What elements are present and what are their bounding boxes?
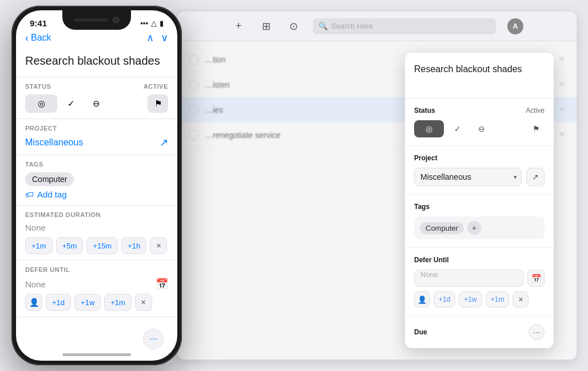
app-toolbar: + ⊞ ⊙ 🔍 Search Here A <box>177 11 577 41</box>
iphone-defer-1w-btn[interactable]: +1w <box>74 294 101 311</box>
wifi-icon: △ <box>151 19 157 27</box>
iphone-defer-placeholder: None <box>25 279 152 289</box>
project-label: Project <box>414 154 438 162</box>
iphone-share-icon[interactable]: ↗ <box>160 136 168 149</box>
project-share-button[interactable]: ↗ <box>526 168 545 186</box>
home-indicator <box>62 353 131 356</box>
navigation-bar: ‹ Back ∧ ∨ <box>16 28 177 50</box>
iphone-project-label: PROJECT <box>25 125 168 132</box>
flag-button[interactable]: ⚑ <box>527 120 545 137</box>
task-title: Research blackout shades <box>16 50 177 77</box>
project-section: Project Miscellaneous Work Personal Home… <box>405 146 554 195</box>
main-app-window: + ⊞ ⊙ 🔍 Search Here A …tion ⚑ …isten ⚑ …… <box>177 11 577 360</box>
iphone-status-minus-btn[interactable]: ⊖ <box>85 94 108 113</box>
defer-1m-button[interactable]: +1m <box>486 291 510 307</box>
task-checkbox <box>189 54 199 65</box>
iphone-defer-quick-row: 👤 +1d +1w +1m ✕ <box>25 294 168 311</box>
task-detail-title: Research blackout shades <box>405 53 554 98</box>
duration-5m-btn[interactable]: +5m <box>56 237 84 254</box>
flag-icon: ⚑ <box>559 106 565 114</box>
add-icon[interactable]: + <box>231 18 247 34</box>
iphone-estimated-duration-field: ESTIMATED DURATION None +1m +5m +15m +1h… <box>16 206 177 261</box>
defer-quick-buttons: 👤 +1d +1w +1m ✕ <box>414 291 545 307</box>
defer-clear-button[interactable]: ✕ <box>512 291 529 307</box>
signal-icon: ▪▪▪ <box>140 19 148 27</box>
down-arrow-button[interactable]: ∨ <box>161 31 168 44</box>
iphone-defer-1d-btn[interactable]: +1d <box>46 294 71 311</box>
duration-clear-btn[interactable]: ✕ <box>150 237 167 254</box>
due-section: Due ··· <box>405 316 554 348</box>
up-arrow-button[interactable]: ∧ <box>146 31 154 44</box>
camera <box>113 17 120 23</box>
back-label: Back <box>31 33 51 43</box>
defer-input-display[interactable]: None <box>414 270 524 287</box>
iphone-project-row: Miscellaneous ↗ <box>25 136 168 149</box>
project-select-wrapper: Miscellaneous Work Personal Home ▾ <box>414 168 522 186</box>
defer-input-row: None 📅 <box>414 270 545 287</box>
defer-placeholder: None <box>420 270 438 279</box>
speaker <box>74 18 108 22</box>
defer-1d-button[interactable]: +1d <box>434 291 455 307</box>
iphone-add-tag-button[interactable]: 🏷 Add tag <box>25 190 168 199</box>
iphone-defer-1m-btn[interactable]: +1m <box>104 294 132 311</box>
project-header: Project <box>414 154 545 162</box>
duration-15m-btn[interactable]: +15m <box>86 237 118 254</box>
iphone-tag-computer[interactable]: Computer <box>25 172 74 186</box>
iphone-tags-field: TAGS Computer 🏷 Add tag <box>16 155 177 206</box>
iphone-duration-placeholder: None <box>25 223 168 232</box>
iphone-tags-label: TAGS <box>25 161 168 168</box>
duration-1m-btn[interactable]: +1m <box>25 237 53 254</box>
tags-area: Computer + <box>414 216 545 239</box>
defer-header: Defer Until <box>414 256 545 264</box>
defer-1w-button[interactable]: +1w <box>459 291 482 307</box>
task-checkbox <box>189 105 199 115</box>
status-btn-check[interactable]: ✓ <box>447 120 468 137</box>
project-select[interactable]: Miscellaneous Work Personal Home <box>414 168 522 186</box>
iphone-duration-quick-row: +1m +5m +15m +1h ✕ <box>25 237 168 254</box>
iphone-defer-row: None 📅 <box>25 278 168 290</box>
defer-label: Defer Until <box>414 256 449 264</box>
focus-icon[interactable]: ⊙ <box>285 18 301 34</box>
iphone-status-circle-btn[interactable]: ◎ <box>25 94 57 113</box>
tag-icon: 🏷 <box>25 190 34 199</box>
iphone-calendar-btn[interactable]: 📅 <box>156 278 168 290</box>
iphone-project-field: PROJECT Miscellaneous ↗ <box>16 119 177 155</box>
chevron-left-icon: ‹ <box>25 32 29 44</box>
iphone-defer-clear-btn[interactable]: ✕ <box>135 294 152 311</box>
image-icon[interactable]: ⊞ <box>258 18 274 34</box>
iphone-frame: 9:41 ▪▪▪ △ ▮ ‹ Back ∧ ∨ Research blackou… <box>11 6 182 365</box>
task-checkbox <box>189 80 199 90</box>
search-bar[interactable]: 🔍 Search Here <box>313 18 496 34</box>
iphone-tags-row: Computer <box>25 172 168 186</box>
status-btn-minus[interactable]: ⊖ <box>471 120 492 137</box>
flag-icon: ⚑ <box>559 56 565 64</box>
iphone-status-row: ◎ ✓ ⊖ ⚑ <box>25 94 168 113</box>
iphone-project-name[interactable]: Miscellaneous <box>25 137 83 148</box>
tags-label: Tags <box>414 203 430 211</box>
tags-section: Tags Computer + <box>405 195 554 248</box>
iphone-status-check-btn[interactable]: ✓ <box>59 94 82 113</box>
defer-person-icon[interactable]: 👤 <box>414 291 430 307</box>
iphone-status-label: STATUS ACTIVE <box>25 83 168 90</box>
iphone-more-button[interactable]: ··· <box>143 329 164 349</box>
iphone-notch <box>62 10 131 30</box>
status-btn-circle[interactable]: ◎ <box>414 120 444 137</box>
duration-1h-btn[interactable]: +1h <box>121 237 146 254</box>
iphone-screen: 9:41 ▪▪▪ △ ▮ ‹ Back ∧ ∨ Research blackou… <box>16 10 177 361</box>
iphone-flag-btn[interactable]: ⚑ <box>148 94 168 113</box>
tag-computer[interactable]: Computer <box>420 222 464 234</box>
iphone-estimated-label: ESTIMATED DURATION <box>25 211 168 218</box>
user-avatar[interactable]: A <box>507 18 523 34</box>
active-label: Active <box>526 106 545 115</box>
tags-header: Tags <box>414 203 545 211</box>
back-button[interactable]: ‹ Back <box>25 32 51 44</box>
calendar-button[interactable]: 📅 <box>527 270 545 287</box>
battery-icon: ▮ <box>160 19 164 27</box>
detail-panel: Research blackout shades Status Active ◎… <box>405 53 554 348</box>
iphone-defer-label: DEFER UNTIL <box>25 266 168 273</box>
more-options-button[interactable]: ··· <box>529 324 545 340</box>
status-label: Status <box>414 106 435 115</box>
defer-person-btn[interactable]: 👤 <box>25 294 42 311</box>
iphone-status-field: STATUS ACTIVE ◎ ✓ ⊖ ⚑ <box>16 77 177 119</box>
add-tag-button[interactable]: + <box>467 221 481 235</box>
